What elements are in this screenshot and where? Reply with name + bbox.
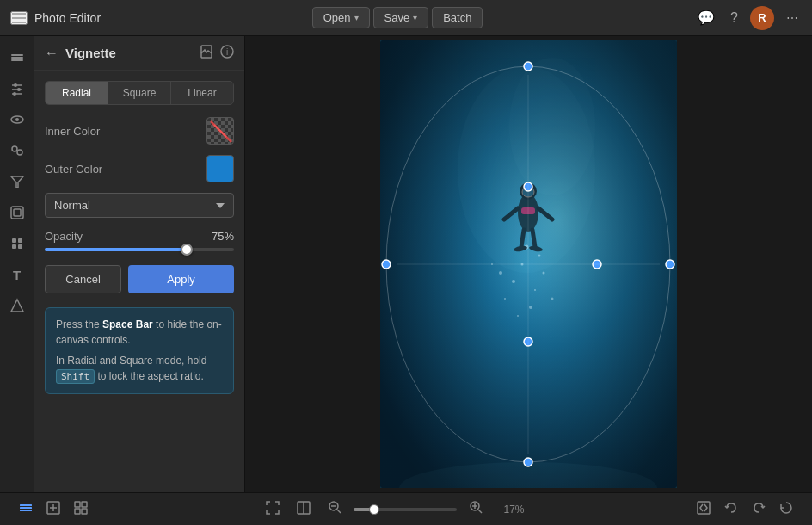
cancel-button[interactable]: Cancel: [45, 265, 121, 293]
redo-button[interactable]: [747, 497, 771, 521]
top-bar-left: Photo Editor: [10, 11, 101, 25]
tab-square[interactable]: Square: [108, 82, 171, 104]
opacity-label: Opacity: [45, 230, 83, 243]
save-button[interactable]: Save ▾: [373, 7, 429, 28]
open-button[interactable]: Open ▾: [312, 7, 370, 28]
svg-rect-62: [82, 502, 87, 507]
svg-rect-55: [20, 504, 32, 506]
opacity-slider-track[interactable]: [45, 248, 234, 251]
svg-rect-64: [82, 509, 87, 514]
inner-color-swatch[interactable]: [206, 117, 234, 145]
grid-view-button[interactable]: [69, 497, 93, 521]
svg-marker-13: [11, 176, 23, 188]
svg-rect-19: [18, 244, 22, 249]
svg-rect-0: [11, 54, 23, 56]
bookmark-button[interactable]: [200, 45, 213, 61]
action-row: Cancel Apply: [45, 265, 234, 293]
sidebar-icon-effects[interactable]: [4, 138, 30, 164]
tooltip-line2: In Radial and Square mode, hold Shift to…: [56, 353, 223, 385]
back-button[interactable]: ←: [45, 46, 58, 61]
opacity-slider-thumb[interactable]: [181, 244, 193, 256]
tab-linear[interactable]: Linear: [171, 82, 233, 104]
panel-title: Vignette: [65, 46, 116, 60]
opacity-row: Opacity 75%: [45, 230, 234, 251]
blend-mode-row: Normal Multiply Screen Overlay: [45, 193, 234, 218]
zoom-slider[interactable]: [354, 508, 457, 511]
panel-content: Radial Square Linear Inner Color Outer C…: [34, 71, 244, 492]
reset-button[interactable]: [774, 497, 798, 521]
compare-button[interactable]: [692, 497, 716, 521]
blend-mode-select[interactable]: Normal Multiply Screen Overlay: [45, 193, 234, 218]
svg-rect-2: [11, 59, 23, 61]
opacity-value: 75%: [212, 230, 234, 243]
svg-rect-18: [12, 244, 16, 249]
spacebar-key: Space Bar: [102, 318, 153, 330]
tooltip-line1: Press the Space Bar to hide the on-canva…: [56, 317, 223, 348]
chat-icon-button[interactable]: 💬: [694, 6, 718, 29]
shift-key: Shift: [56, 369, 95, 384]
opacity-header: Opacity 75%: [45, 230, 234, 243]
zoom-out-button[interactable]: [323, 498, 347, 520]
svg-rect-51: [380, 40, 677, 488]
svg-rect-1: [11, 57, 23, 59]
svg-line-69: [337, 510, 341, 513]
photo-svg: [380, 40, 677, 488]
splitview-button[interactable]: [292, 497, 316, 521]
outer-color-row: Outer Color: [45, 155, 234, 182]
sidebar-icons: T: [0, 36, 34, 492]
expand-button[interactable]: ⋯: [783, 8, 802, 28]
top-bar-center: Open ▾ Save ▾ Batch: [312, 7, 483, 28]
sidebar-icon-frames[interactable]: [4, 200, 30, 225]
svg-text:i: i: [226, 47, 228, 57]
svg-line-73: [478, 510, 482, 513]
panel-header: ← Vignette i: [34, 36, 244, 71]
svg-rect-61: [75, 502, 80, 507]
layers-view-button[interactable]: [14, 497, 38, 521]
undo-button[interactable]: [719, 497, 743, 521]
svg-point-8: [13, 92, 16, 96]
svg-point-12: [17, 150, 22, 155]
svg-point-4: [14, 83, 17, 87]
sidebar-icon-shapes[interactable]: [4, 293, 30, 318]
svg-rect-57: [20, 510, 32, 511]
panel-header-right: i: [200, 45, 234, 61]
open-chevron-icon: ▾: [354, 13, 359, 22]
bottom-center-controls: 17%: [261, 497, 525, 521]
svg-rect-16: [12, 238, 16, 243]
sidebar-icon-adjust[interactable]: [4, 76, 30, 102]
batch-button[interactable]: Batch: [432, 7, 483, 28]
svg-point-6: [17, 88, 21, 91]
zoom-in-button[interactable]: [464, 498, 488, 520]
panel: ← Vignette i Radial Square Linear I: [34, 36, 245, 492]
outer-color-swatch[interactable]: [206, 155, 234, 182]
bottom-bar: 17%: [0, 492, 812, 525]
main-layout: T ← Vignette i Radial Squa: [0, 36, 812, 492]
svg-line-24: [211, 121, 231, 142]
sidebar-icon-layers[interactable]: [4, 45, 30, 71]
tab-radial[interactable]: Radial: [46, 82, 108, 104]
menu-button[interactable]: [10, 11, 28, 25]
outer-color-label: Outer Color: [45, 163, 102, 176]
help-icon-button[interactable]: ?: [727, 7, 741, 29]
save-chevron-icon: ▾: [413, 13, 417, 22]
photo: [380, 40, 677, 488]
sidebar-icon-text[interactable]: T: [4, 262, 30, 287]
svg-rect-63: [75, 509, 80, 514]
sidebar-icon-objects[interactable]: [4, 231, 30, 256]
svg-rect-17: [18, 238, 22, 243]
fit-button[interactable]: [261, 497, 285, 521]
apply-button[interactable]: Apply: [128, 265, 234, 293]
sidebar-icon-eye[interactable]: [4, 107, 30, 133]
info-button[interactable]: i: [220, 45, 234, 61]
sidebar-icon-filters[interactable]: [4, 169, 30, 195]
top-bar: Photo Editor Open ▾ Save ▾ Batch 💬 ? R ⋯: [0, 0, 812, 36]
avatar[interactable]: R: [750, 6, 774, 30]
svg-rect-14: [11, 207, 23, 219]
svg-rect-56: [20, 507, 32, 509]
svg-point-10: [15, 118, 19, 121]
edit-view-button[interactable]: [41, 497, 65, 521]
svg-rect-15: [14, 209, 21, 216]
zoom-slider-thumb[interactable]: [369, 504, 379, 515]
top-bar-right: 💬 ? R ⋯: [694, 6, 802, 30]
tooltip-box: Press the Space Bar to hide the on-canva…: [45, 307, 234, 394]
